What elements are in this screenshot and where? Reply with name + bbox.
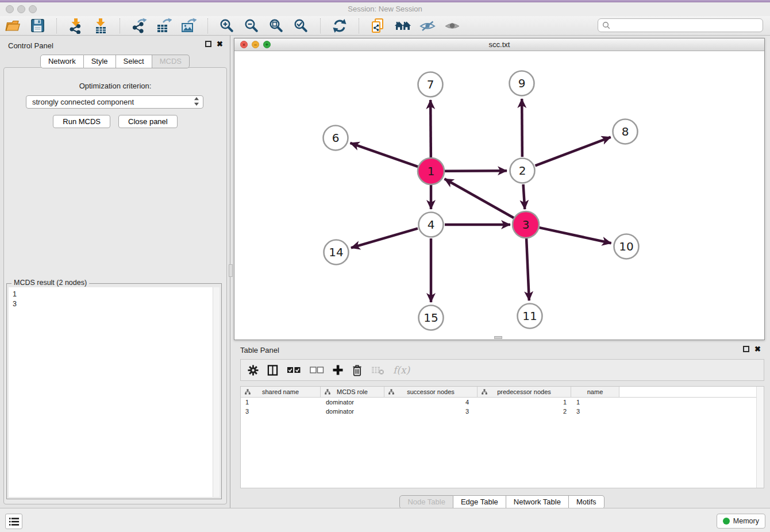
tab-select[interactable]: Select <box>116 55 152 68</box>
graph-node-4[interactable]: 4 <box>419 213 444 237</box>
graph-node-10[interactable]: 10 <box>614 234 639 259</box>
control-panel-title: Control Panel <box>8 41 53 50</box>
export-image-icon[interactable] <box>180 17 197 34</box>
close-panel-icon[interactable]: ✖ <box>217 41 223 47</box>
graph-edge-2-3[interactable] <box>523 184 525 209</box>
search-input[interactable] <box>613 21 759 30</box>
tab-motifs[interactable]: Motifs <box>569 495 605 509</box>
float-panel-icon[interactable] <box>205 41 211 47</box>
column-header-name[interactable]: name <box>571 387 619 397</box>
run-mcds-button[interactable]: Run MCDS <box>53 115 110 128</box>
column-header-shared-name[interactable]: shared name <box>241 387 321 397</box>
add-icon[interactable] <box>333 365 343 375</box>
function-builder-icon[interactable]: f(x) <box>393 364 410 376</box>
trash-icon[interactable] <box>352 364 363 376</box>
close-table-panel-icon[interactable]: ✖ <box>754 346 761 352</box>
zoom-selected-icon[interactable] <box>292 17 310 34</box>
graph-node-7[interactable]: 7 <box>418 72 443 97</box>
memory-button[interactable]: Memory <box>717 514 765 529</box>
status-bar: Memory <box>0 508 770 532</box>
tab-node-table[interactable]: Node Table <box>399 495 453 509</box>
panel-splitter-handle[interactable] <box>229 264 233 277</box>
control-panel-tabs: NetworkStyleSelectMCDS <box>0 55 230 68</box>
graph-edge-3-10[interactable] <box>539 228 611 243</box>
desktop-edge <box>0 0 770 2</box>
tab-network[interactable]: Network <box>40 55 84 68</box>
delete-table-icon[interactable] <box>371 365 384 375</box>
home-icon[interactable] <box>394 17 411 34</box>
zoom-fit-icon[interactable] <box>268 17 285 34</box>
gear-icon[interactable] <box>248 365 259 376</box>
svg-text:15: 15 <box>424 311 438 325</box>
save-icon[interactable] <box>29 17 46 34</box>
mcds-result-text[interactable]: 1 3 <box>9 287 220 497</box>
hierarchy-icon <box>325 389 330 396</box>
zoom-out-icon[interactable] <box>243 17 260 34</box>
graph-node-15[interactable]: 15 <box>419 306 444 330</box>
refresh-icon[interactable] <box>331 17 348 34</box>
table-row[interactable]: 3 dominator 3 2 3 <box>241 407 764 416</box>
import-network-icon[interactable] <box>67 17 84 34</box>
graph-node-8[interactable]: 8 <box>613 119 638 144</box>
frame-resize-grip[interactable] <box>494 336 502 339</box>
float-table-panel-icon[interactable] <box>743 346 749 352</box>
graph-edge-4-14[interactable] <box>351 229 418 248</box>
network-canvas[interactable]: 7968124314101511 <box>234 51 764 339</box>
graph-edge-2-9[interactable] <box>522 99 522 157</box>
graph-node-1[interactable]: 1 <box>418 158 444 184</box>
import-table-icon[interactable] <box>92 17 109 34</box>
table-row[interactable]: 1 dominator 4 1 1 <box>241 398 764 407</box>
tab-style[interactable]: Style <box>84 55 116 68</box>
result-scrollbar[interactable] <box>213 287 220 497</box>
graph-edge-2-8[interactable] <box>535 137 610 166</box>
tab-network-table[interactable]: Network Table <box>506 495 569 509</box>
control-panel: Control Panel ✖ NetworkStyleSelectMCDS O… <box>0 36 230 508</box>
column-header-successor-nodes[interactable]: successor nodes <box>384 387 478 397</box>
list-icon <box>9 517 20 526</box>
memory-status-dot <box>723 518 730 525</box>
network-window-titlebar[interactable]: × − + scc.txt <box>234 38 764 51</box>
graph-node-6[interactable]: 6 <box>324 126 348 151</box>
titlebar: Session: New Session <box>0 3 770 16</box>
graph-edge-3-1[interactable] <box>445 179 514 218</box>
result-line: 1 <box>13 290 215 299</box>
graph-node-9[interactable]: 9 <box>510 71 534 96</box>
table-header-row: shared name MCDS role successor nodes pr… <box>241 387 764 398</box>
result-line: 3 <box>13 299 215 309</box>
toolbar-separator <box>320 18 321 33</box>
graph-node-11[interactable]: 11 <box>518 304 542 329</box>
node-table: shared name MCDS role successor nodes pr… <box>240 386 764 488</box>
svg-text:3: 3 <box>522 218 530 232</box>
graph-edge-1-6[interactable] <box>350 143 418 167</box>
deselect-all-icon[interactable] <box>310 366 324 374</box>
tab-mcds[interactable]: MCDS <box>152 55 190 68</box>
graph-node-3[interactable]: 3 <box>513 211 539 238</box>
network-document-icon[interactable] <box>369 17 387 34</box>
show-eye-icon[interactable] <box>444 17 461 34</box>
export-network-icon[interactable] <box>130 17 148 34</box>
table-scrollbar[interactable] <box>756 387 764 488</box>
open-folder-icon[interactable] <box>4 17 21 34</box>
graph-edge-3-11[interactable] <box>526 238 529 300</box>
column-layout-icon[interactable] <box>267 365 278 376</box>
hide-eye-icon[interactable] <box>419 17 436 34</box>
task-history-button[interactable] <box>5 514 22 529</box>
graph-edge-1-7[interactable] <box>430 100 431 157</box>
export-table-icon[interactable] <box>155 17 172 34</box>
close-panel-button[interactable]: Close panel <box>118 115 178 128</box>
graph-node-2[interactable]: 2 <box>510 159 535 183</box>
criterion-dropdown[interactable]: strongly connected component <box>26 95 203 109</box>
table-tabs: Node TableEdge TableNetwork TableMotifs <box>234 495 770 509</box>
select-all-icon[interactable] <box>287 366 301 374</box>
zoom-in-icon[interactable] <box>218 17 236 34</box>
column-header-predecessor-nodes[interactable]: predecessor nodes <box>478 387 571 397</box>
graph-edge-1-2[interactable] <box>445 171 507 171</box>
svg-text:8: 8 <box>622 125 629 138</box>
hierarchy-icon <box>245 389 251 396</box>
graph-node-14[interactable]: 14 <box>324 240 349 265</box>
table-panel-title: Table Panel <box>240 346 279 354</box>
control-panel-header: Control Panel ✖ <box>0 36 230 55</box>
column-header-mcds-role[interactable]: MCDS role <box>321 387 384 397</box>
tab-edge-table[interactable]: Edge Table <box>453 495 506 509</box>
svg-text:7: 7 <box>427 78 434 91</box>
